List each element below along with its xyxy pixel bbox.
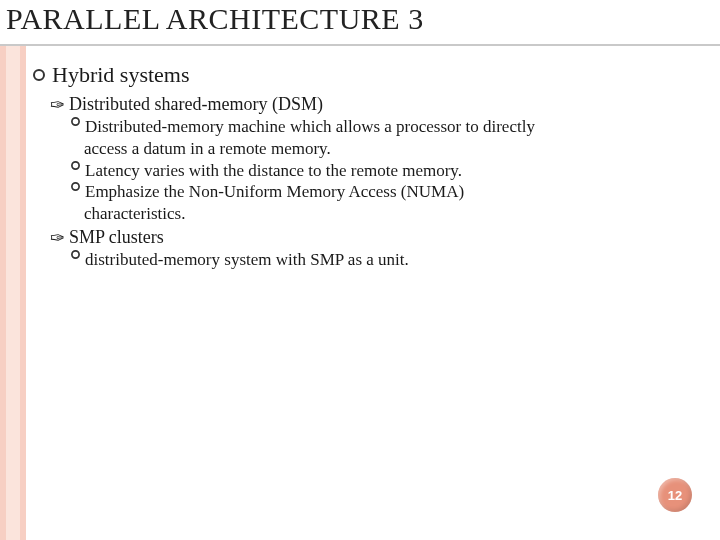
svg-point-4 bbox=[72, 251, 79, 258]
bullet-text-continuation: access a datum in a remote memory. bbox=[84, 138, 692, 160]
bullet-level3: Emphasize the Non-Uniform Memory Access … bbox=[70, 181, 692, 203]
bullet-text: Distributed-memory machine which allows … bbox=[85, 116, 535, 138]
slide-title: PARALLEL ARCHITECTURE 3 bbox=[6, 2, 424, 36]
bullet-level1: Hybrid systems bbox=[32, 62, 692, 88]
bullet-text: SMP clusters bbox=[69, 227, 164, 248]
bullet-level3: Latency varies with the distance to the … bbox=[70, 160, 692, 182]
bullet-text: Hybrid systems bbox=[52, 62, 190, 88]
ring-bullet-icon bbox=[32, 68, 46, 82]
bullet-level2: ✑ Distributed shared-memory (DSM) bbox=[50, 94, 692, 116]
slide-content: Hybrid systems ✑ Distributed shared-memo… bbox=[32, 62, 692, 271]
bullet-text: distributed-memory system with SMP as a … bbox=[85, 249, 409, 271]
bullet-text-continuation: characteristics. bbox=[84, 203, 692, 225]
svg-point-3 bbox=[72, 183, 79, 190]
bullet-text: Emphasize the Non-Uniform Memory Access … bbox=[85, 181, 464, 203]
page-number: 12 bbox=[668, 488, 682, 503]
svg-point-2 bbox=[72, 161, 79, 168]
wave-bullet-icon: ✑ bbox=[50, 94, 65, 116]
svg-point-0 bbox=[34, 70, 44, 80]
ring-bullet-icon bbox=[70, 116, 81, 127]
svg-point-1 bbox=[72, 118, 79, 125]
bullet-level3: distributed-memory system with SMP as a … bbox=[70, 249, 692, 271]
bullet-text: Distributed shared-memory (DSM) bbox=[69, 94, 323, 115]
bullet-text: Latency varies with the distance to the … bbox=[85, 160, 462, 182]
title-underline bbox=[0, 44, 720, 46]
left-accent-inner bbox=[6, 44, 20, 540]
page-number-badge: 12 bbox=[658, 478, 692, 512]
bullet-level3: Distributed-memory machine which allows … bbox=[70, 116, 692, 138]
ring-bullet-icon bbox=[70, 160, 81, 171]
wave-bullet-icon: ✑ bbox=[50, 227, 65, 249]
ring-bullet-icon bbox=[70, 249, 81, 260]
ring-bullet-icon bbox=[70, 181, 81, 192]
bullet-level2: ✑ SMP clusters bbox=[50, 227, 692, 249]
